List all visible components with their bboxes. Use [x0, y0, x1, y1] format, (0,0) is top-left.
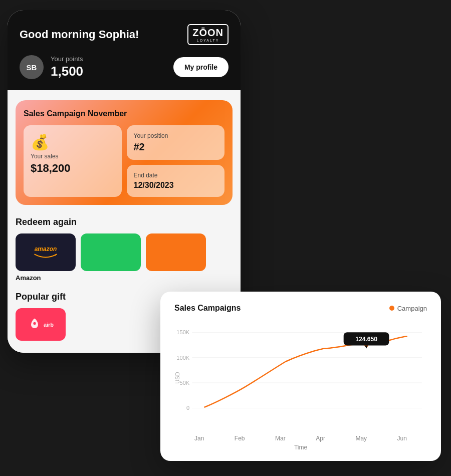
- amazon-smile-icon: [33, 253, 58, 260]
- svg-point-0: [33, 322, 36, 324]
- amazon-card[interactable]: amazon: [16, 233, 76, 271]
- money-bag-icon: 💰: [31, 133, 115, 151]
- x-label-jan: Jan: [194, 435, 204, 442]
- app-header: Good morning Sophia! ZŌON LOYALTY SB You…: [8, 10, 241, 90]
- position-value: #2: [134, 141, 218, 153]
- svg-text:100K: 100K: [176, 355, 189, 361]
- campaign-grid: 💰 Your sales $18,200 Your position #2 En…: [24, 125, 224, 197]
- points-label: Your points: [51, 55, 173, 63]
- avatar: SB: [20, 55, 44, 79]
- svg-text:0: 0: [186, 405, 189, 411]
- sales-label: Your sales: [31, 153, 115, 160]
- list-item[interactable]: amazon Amazon: [16, 233, 76, 282]
- svg-text:124.650: 124.650: [355, 336, 377, 343]
- chart-card: Sales Campaigns Campaign 150K 100K 50K 0…: [160, 292, 441, 461]
- list-item[interactable]: [146, 233, 206, 282]
- header-top: Good morning Sophia! ZŌON LOYALTY: [20, 24, 229, 45]
- end-date-label: End date: [134, 172, 218, 179]
- end-date-value: 12/30/2023: [134, 181, 218, 190]
- chart-title: Sales Campaigns: [174, 304, 241, 313]
- sales-cell: 💰 Your sales $18,200: [24, 125, 122, 197]
- x-axis-labels: Jan Feb Mar Apr May Jun: [174, 433, 427, 442]
- x-axis-title: Time: [174, 444, 427, 451]
- my-profile-button[interactable]: My profile: [173, 57, 229, 77]
- sales-value: $18,200: [31, 162, 115, 175]
- svg-text:USD: USD: [174, 372, 180, 383]
- legend-label: Campaign: [397, 305, 427, 312]
- green-card[interactable]: [81, 233, 141, 271]
- points-row: SB Your points 1,500 My profile: [20, 55, 229, 79]
- chart-header: Sales Campaigns Campaign: [174, 304, 427, 313]
- points-info: Your points 1,500: [51, 55, 173, 79]
- end-date-cell: End date 12/30/2023: [127, 165, 225, 197]
- redeem-title: Redeem again: [16, 217, 233, 227]
- campaign-card: Sales Campaign November 💰 Your sales $18…: [16, 100, 233, 205]
- amazon-logo-text: amazon: [35, 246, 57, 253]
- svg-text:150K: 150K: [176, 329, 189, 335]
- position-cell: Your position #2: [127, 125, 225, 160]
- redeem-section: Redeem again amazon Amazon: [16, 217, 233, 282]
- airbnb-card[interactable]: airb: [16, 308, 66, 341]
- x-label-feb: Feb: [235, 435, 245, 442]
- position-label: Your position: [134, 132, 218, 139]
- airbnb-icon: [28, 318, 42, 332]
- redeem-scroll: amazon Amazon: [16, 233, 233, 282]
- chart-svg: 150K 100K 50K 0 USD 124.650: [174, 323, 427, 433]
- points-value: 1,500: [51, 64, 173, 79]
- campaign-title: Sales Campaign November: [24, 109, 224, 118]
- chart-area: 150K 100K 50K 0 USD 124.650: [174, 323, 427, 433]
- amazon-label: Amazon: [16, 274, 76, 282]
- x-label-may: May: [355, 435, 367, 442]
- legend-dot: [389, 306, 394, 311]
- x-label-mar: Mar: [275, 435, 286, 442]
- x-label-jun: Jun: [397, 435, 407, 442]
- svg-text:50K: 50K: [180, 380, 190, 386]
- logo: ZŌON LOYALTY: [187, 24, 229, 45]
- list-item[interactable]: [81, 233, 141, 282]
- greeting-text: Good morning Sophia!: [20, 28, 139, 41]
- chart-legend: Campaign: [389, 305, 427, 312]
- orange-card[interactable]: [146, 233, 206, 271]
- x-label-apr: Apr: [316, 435, 325, 442]
- airbnb-label: airb: [44, 322, 54, 328]
